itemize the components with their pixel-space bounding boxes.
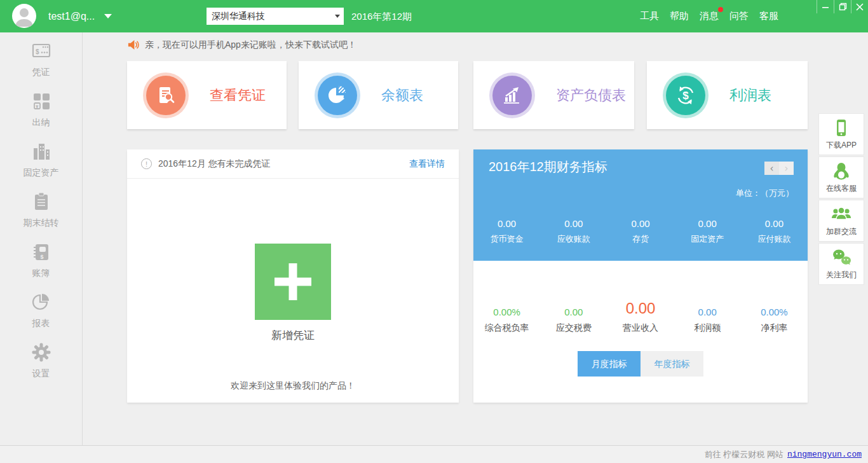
stat-inventory: 0.00存货	[607, 218, 674, 245]
group-people-icon	[831, 205, 851, 224]
widget-label: 加群交流	[826, 227, 857, 236]
buildings-icon	[31, 141, 51, 162]
avatar[interactable]	[12, 4, 36, 28]
minimize-button[interactable]	[817, 0, 834, 13]
svg-text:$: $	[40, 254, 43, 260]
unit-label: 单位：（万元）	[736, 188, 794, 199]
online-support-button[interactable]: 在线客服	[818, 156, 864, 198]
info-icon: !	[141, 158, 152, 169]
widget-label: 关注我们	[826, 270, 857, 279]
indicator-title: 2016年12期财务指标	[489, 158, 607, 176]
maximize-button[interactable]	[834, 0, 851, 13]
dollar-cycle-icon: $	[666, 76, 705, 115]
sidebar: $ 凭证 ¥ 出纳 固定资产	[0, 32, 83, 445]
sidebar-item-label: 账簿	[32, 268, 50, 278]
welcome-text: 欢迎来到这里体验我们的产品！	[127, 380, 459, 392]
sidebar-item-label: 报表	[32, 318, 50, 328]
menu-item-messages[interactable]: 消息	[699, 9, 719, 24]
menu-item-help[interactable]: 帮助	[669, 9, 689, 24]
widget-label: 在线客服	[826, 184, 857, 193]
blue-stats-row: 0.00货币资金 0.00应收账款 0.00存货 0.00固定资产 0.00应付…	[473, 218, 808, 245]
view-voucher-icon	[146, 76, 186, 115]
sidebar-item-reports[interactable]: 报表	[0, 292, 82, 342]
close-icon	[856, 3, 864, 11]
sidebar-item-label: 凭证	[32, 67, 50, 77]
balance-sheet-card[interactable]: 资产负债表	[473, 61, 634, 129]
username-label: test1@q...	[48, 11, 95, 22]
sidebar-item-books[interactable]: $ 账簿	[0, 242, 82, 292]
voucher-panel-header: ! 2016年12月 您有未完成凭证 查看详情	[127, 149, 459, 179]
voucher-panel-title: 2016年12月 您有未完成凭证	[158, 158, 271, 170]
sidebar-item-label: 期末结转	[24, 218, 59, 228]
tab-monthly-indicators[interactable]: 月度指标	[578, 351, 641, 377]
balance-table-card[interactable]: 余额表	[299, 61, 458, 129]
view-voucher-card[interactable]: 查看凭证	[127, 61, 287, 129]
notice-bar: 亲，现在可以用手机App来记账啦，快来下载试试吧！	[127, 39, 356, 51]
close-button[interactable]	[851, 0, 868, 13]
next-period-button[interactable]: ›	[779, 162, 794, 175]
notice-text: 亲，现在可以用手机App来记账啦，快来下载试试吧！	[145, 39, 356, 51]
sidebar-item-cashier[interactable]: ¥ 出纳	[0, 91, 82, 141]
footer-text: 前往 柠檬云财税 网站	[705, 449, 783, 460]
company-name: 深圳华通科技	[212, 11, 335, 22]
minimize-icon	[822, 3, 829, 11]
wechat-icon	[831, 248, 851, 267]
prev-period-button[interactable]: ‹	[764, 162, 779, 175]
account-book-icon: $	[31, 242, 51, 262]
app-window: test1@q... 深圳华通科技 2016年第12期 工具 帮助 消息 问答 …	[0, 0, 868, 463]
company-select[interactable]: 深圳华通科技	[207, 8, 344, 25]
period-label: 2016年第12期	[351, 0, 412, 32]
user-menu[interactable]: test1@q...	[48, 0, 112, 32]
menu-item-support[interactable]: 客服	[759, 9, 779, 24]
card-label: 查看凭证	[210, 86, 266, 105]
notification-dot	[718, 7, 723, 12]
sidebar-item-settings[interactable]: 设置	[0, 342, 82, 392]
sidebar-item-period-closing[interactable]: 期末结转	[0, 191, 82, 242]
svg-text:¥: ¥	[36, 104, 39, 109]
widget-label: 下载APP	[826, 141, 857, 149]
stat-accounts-receivable: 0.00应收账款	[540, 218, 607, 245]
view-details-link[interactable]: 查看详情	[409, 158, 445, 170]
download-app-button[interactable]: 下载APP	[818, 113, 864, 155]
website-link[interactable]: ningmengyun.com	[787, 450, 862, 459]
svg-text:$: $	[36, 48, 39, 55]
clipboard-icon	[31, 191, 51, 212]
cashier-icon: ¥	[31, 91, 51, 111]
speaker-icon	[127, 39, 139, 51]
sidebar-item-label: 出纳	[32, 117, 50, 127]
add-voucher-label: 新增凭证	[127, 328, 459, 343]
stat-monetary-funds: 0.00货币资金	[473, 218, 540, 245]
titlebar: test1@q... 深圳华通科技 2016年第12期 工具 帮助 消息 问答 …	[0, 0, 868, 32]
follow-us-button[interactable]: 关注我们	[818, 243, 864, 285]
footer: 前往 柠檬云财税 网站 ningmengyun.com	[0, 445, 868, 463]
menu-item-qa[interactable]: 问答	[729, 9, 749, 24]
join-group-button[interactable]: 加群交流	[818, 200, 864, 242]
sidebar-item-fixed-assets[interactable]: 固定资产	[0, 141, 82, 191]
add-voucher-button[interactable]	[255, 244, 331, 320]
floating-toolbar: 下载APP 在线客服 加群交流	[818, 113, 864, 286]
indicator-tabs: 月度指标 年度指标	[578, 351, 703, 377]
window-controls	[817, 0, 868, 13]
stat-tax-burden-rate: 0.00%综合税负率	[473, 288, 540, 334]
stat-net-profit-rate: 0.00%净利率	[741, 288, 808, 334]
user-silhouette-icon	[12, 4, 36, 28]
tab-yearly-indicators[interactable]: 年度指标	[641, 351, 703, 377]
sidebar-item-label: 设置	[32, 368, 50, 378]
stat-accounts-payable: 0.00应付账款	[741, 218, 808, 245]
sidebar-item-label: 固定资产	[24, 167, 59, 177]
chevron-down-icon	[104, 14, 112, 18]
qq-penguin-icon	[832, 162, 850, 181]
menu-item-tools[interactable]: 工具	[639, 9, 660, 24]
card-label: 余额表	[381, 86, 423, 105]
profit-sheet-card[interactable]: $ 利润表	[647, 61, 808, 129]
voucher-panel: ! 2016年12月 您有未完成凭证 查看详情 新增凭证 欢迎来到这里体验我们的…	[127, 149, 459, 403]
gear-icon	[31, 342, 51, 363]
balance-table-icon	[318, 76, 357, 115]
stat-profit: 0.00利润额	[674, 288, 741, 334]
stat-fixed-assets: 0.00固定资产	[674, 218, 741, 245]
sidebar-item-voucher[interactable]: $ 凭证	[0, 41, 82, 91]
indicator-pager: ‹ ›	[764, 162, 794, 175]
voucher-icon: $	[31, 41, 51, 61]
indicator-blue-header: 2016年12期财务指标 ‹ › 单位：（万元） 0.00货币资金 0.00应收…	[473, 149, 808, 261]
restore-icon	[839, 3, 847, 11]
